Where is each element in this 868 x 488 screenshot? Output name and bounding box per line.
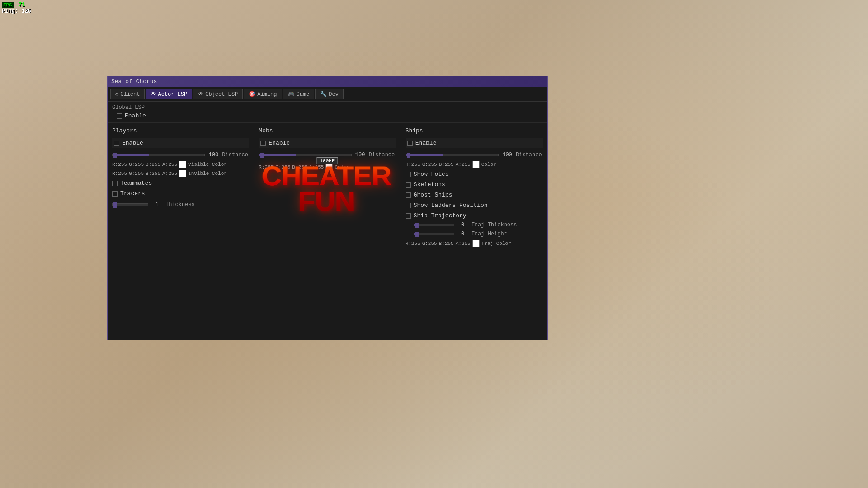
players-inv-r: R:255 [112,171,127,176]
ships-ship-trajectory-row: Ship Trajectory [406,211,543,220]
ships-enable-checkbox[interactable] [407,141,413,146]
players-inv-g: G:255 [129,171,144,176]
tab-dev[interactable]: 🔧 Dev [315,89,344,99]
ships-skeletons-label: Skeletons [414,181,445,188]
ships-distance-track[interactable] [406,154,499,156]
players-vis-a: A:255 [162,162,177,167]
mobs-title: Mobs [259,127,396,134]
ships-distance-slider-row: 100 Distance [406,152,543,158]
tab-object-esp[interactable]: 👁 Object ESP [193,89,243,99]
fps-value: 71 [19,2,25,8]
players-teammates-label: Teammates [120,180,152,187]
ships-color-row: R:255 G:255 B:255 A:255 Color [406,161,543,168]
ships-traj-a: A:255 [456,241,471,246]
ships-traj-thickness-thumb[interactable] [415,223,419,228]
players-thickness-label: Thickness [165,202,195,208]
ships-traj-thickness-track[interactable] [414,224,454,226]
players-enable-label: Enable [122,140,143,146]
window-title-bar[interactable]: Sea of Chorus [108,76,547,87]
three-columns: Players Enable 100 Distance R:255 G:255 … [108,122,547,340]
client-tab-label: Client [120,91,140,98]
ships-distance-value: 100 [500,152,514,158]
mobs-distance-fill [259,154,296,156]
players-invisible-color-row: R:255 G:255 B:255 A:255 Invible Color [112,170,249,177]
ships-color-swatch[interactable] [472,161,480,168]
ships-ship-trajectory-checkbox[interactable] [406,213,411,219]
ships-column: Ships Enable 100 Distance R:255 G:255 B:… [401,123,547,340]
mobs-distance-thumb[interactable] [260,153,264,158]
tab-game[interactable]: 🎮 Game [283,89,315,99]
dev-tab-icon: 🔧 [320,91,327,98]
ships-ship-trajectory-label: Ship Trajectory [414,212,467,219]
players-vis-r: R:255 [112,162,127,167]
tab-bar: ⚙ Client 👁 Actor ESP 👁 Object ESP 🎯 Aimi… [108,87,547,102]
players-visible-color-swatch[interactable] [179,161,186,168]
global-esp-enable-label: Enable [125,113,146,119]
players-enable-checkbox[interactable] [114,141,119,146]
players-thickness-thumb[interactable] [113,202,117,208]
ships-skeletons-checkbox[interactable] [406,182,411,188]
players-tracers-label: Tracers [120,190,145,197]
global-esp-checkbox[interactable] [117,113,122,119]
players-inv-b: B:255 [146,171,160,176]
mobs-enable-label: Enable [269,140,290,146]
tab-aiming[interactable]: 🎯 Aiming [244,89,282,99]
mobs-color-label: Color [335,164,349,170]
players-distance-fill [113,154,149,156]
ships-traj-height-thumb[interactable] [415,232,419,237]
ships-r: R:255 [406,162,420,167]
watermark-text: CHEATERFUN [261,164,392,214]
mobs-distance-value: 100 [354,152,367,158]
ships-g: G:255 [422,162,437,167]
ships-traj-thickness-label: Traj Thickness [472,222,517,228]
players-teammates-row: Teammates [112,179,249,188]
players-thickness-track[interactable] [112,203,148,206]
ships-color-label: Color [481,162,496,167]
mobs-g: G:255 [275,164,290,170]
players-distance-value: 100 [207,152,220,158]
game-tab-icon: 🎮 [288,91,295,98]
aiming-tab-icon: 🎯 [249,91,255,98]
tab-actor-esp[interactable]: 👁 Actor ESP [146,89,192,99]
mobs-enable-row: Enable [259,138,396,148]
mobs-enable-checkbox[interactable] [260,141,266,146]
players-title: Players [112,127,249,134]
ships-distance-label: Distance [516,152,543,158]
players-visible-color-label: Visible Color [188,162,227,167]
ships-ghost-ships-label: Ghost Ships [414,192,453,198]
ships-show-holes-label: Show Holes [414,171,449,178]
players-teammates-checkbox[interactable] [112,181,118,186]
players-distance-track[interactable] [112,154,205,156]
ships-traj-b: B:255 [439,241,454,246]
players-vis-g: G:255 [129,162,144,167]
window-title: Sea of Chorus [111,78,157,85]
ships-traj-height-track[interactable] [414,233,454,235]
ships-traj-thickness-row: 0 Traj Thickness [406,222,543,228]
global-esp-label: Global ESP [112,104,543,111]
tab-client[interactable]: ⚙ Client [110,89,145,99]
ships-skeletons-row: Skeletons [406,180,543,189]
players-visible-color-row: R:255 G:255 B:255 A:255 Visible Color [112,161,249,168]
players-tracers-checkbox[interactable] [112,191,118,197]
players-distance-thumb[interactable] [113,153,117,158]
players-distance-label: Distance [222,152,249,158]
players-thickness-slider-row: 1 Thickness [112,202,249,208]
players-tracers-row: Tracers [112,189,249,198]
mobs-distance-track[interactable] [259,154,351,156]
players-invisible-color-label: Invible Color [188,171,227,176]
players-invisible-color-swatch[interactable] [179,170,186,177]
main-window: Sea of Chorus ⚙ Client 👁 Actor ESP 👁 Obj… [107,76,548,340]
ships-show-holes-checkbox[interactable] [406,172,411,177]
mobs-hp-tooltip: 100HP [316,157,338,164]
ships-ghost-ships-checkbox[interactable] [406,192,411,198]
object-esp-tab-icon: 👁 [198,91,203,98]
ships-traj-height-value: 0 [456,231,470,237]
players-vis-b: B:255 [146,162,160,167]
ships-show-ladders-checkbox[interactable] [406,203,411,208]
ships-traj-color-swatch[interactable] [472,240,480,247]
ships-distance-thumb[interactable] [407,153,410,158]
players-enable-row: Enable [112,138,249,148]
mobs-color-swatch[interactable] [326,164,333,171]
mobs-b: B:255 [292,164,307,170]
actor-esp-tab-icon: 👁 [151,91,156,98]
